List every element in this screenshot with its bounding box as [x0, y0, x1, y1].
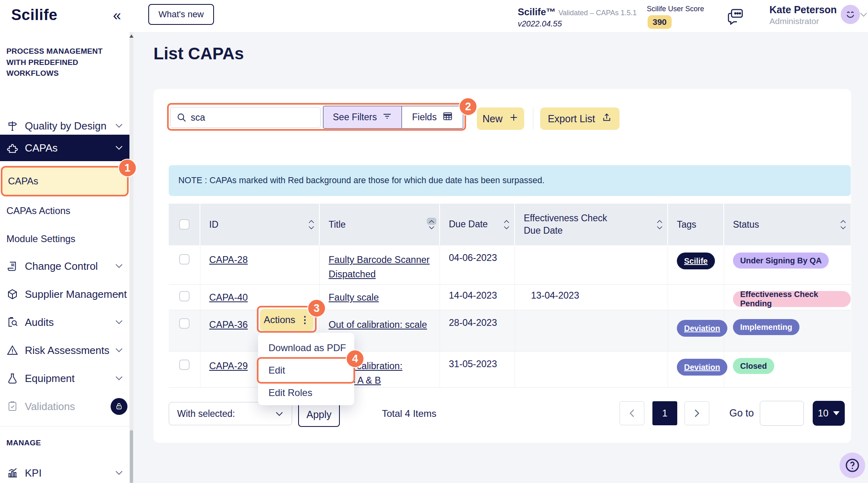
- apply-button[interactable]: Apply: [298, 402, 340, 427]
- avatar[interactable]: [841, 5, 860, 24]
- sidebar-item-label: Equipment: [25, 372, 75, 385]
- select-all-checkbox[interactable]: [179, 219, 190, 230]
- tag-pill[interactable]: Deviation: [677, 320, 727, 337]
- column-header-due-date[interactable]: Due Date: [440, 204, 515, 245]
- user-score-value: 390: [648, 15, 672, 29]
- capa-title-link[interactable]: Faulty scale: [329, 292, 379, 303]
- chevron-down-icon: [115, 347, 123, 354]
- column-header-id[interactable]: ID: [200, 204, 320, 245]
- sidebar-subitem-label: CAPAs: [8, 176, 38, 187]
- scroll-up-arrow-icon[interactable]: [129, 34, 133, 38]
- capa-id-link[interactable]: CAPA-36: [209, 319, 248, 330]
- new-label: New: [482, 113, 503, 125]
- new-capa-button[interactable]: New: [477, 107, 524, 130]
- due-date-cell: 14-04-2023: [440, 285, 515, 310]
- sidebar: PROCESS MANAGEMENT WITH PREDEFINED WORKF…: [0, 32, 133, 483]
- sidebar-item-risk-assessments[interactable]: Risk Assessments: [0, 339, 129, 362]
- sidebar-subitem-module-settings[interactable]: Module Settings: [6, 233, 75, 245]
- export-list-button[interactable]: Export List: [540, 107, 620, 130]
- column-label: ID: [209, 219, 218, 230]
- sort-asc-icon[interactable]: [504, 220, 509, 223]
- pagination-prev-button[interactable]: [620, 401, 644, 425]
- effectiveness-date-cell: [515, 352, 668, 388]
- capa-title-link[interactable]: Faulty Barcode Scanner Dispatched: [329, 255, 430, 279]
- sidebar-item-kpi[interactable]: KPI: [0, 462, 129, 483]
- row-actions-button[interactable]: Actions ⋮: [260, 309, 313, 331]
- feedback-chat-icon[interactable]: [726, 8, 745, 26]
- tag-pill[interactable]: Scilife: [677, 253, 715, 269]
- product-version-number: v2022.04.55: [518, 19, 637, 28]
- export-label: Export List: [548, 113, 595, 125]
- fields-button[interactable]: Fields: [402, 106, 463, 129]
- sidebar-subitem-capas-actions[interactable]: CAPAs Actions: [6, 205, 71, 216]
- chevron-down-icon: [115, 144, 123, 152]
- sidebar-item-change-control[interactable]: Change Control: [0, 255, 129, 277]
- column-label: Tags: [677, 219, 696, 230]
- sidebar-item-equipment[interactable]: Equipment: [0, 367, 129, 390]
- sort-asc-icon[interactable]: [657, 220, 662, 223]
- capa-id-link[interactable]: CAPA-40: [209, 292, 248, 303]
- sidebar-subitem-capas[interactable]: CAPAs: [1, 166, 129, 196]
- user-menu-chevron-icon[interactable]: [860, 11, 867, 18]
- sidebar-item-capas[interactable]: CAPAs: [0, 135, 129, 161]
- chevron-down-icon: [115, 122, 123, 129]
- sidebar-item-audits[interactable]: Audits: [0, 311, 129, 333]
- row-checkbox[interactable]: [179, 318, 190, 329]
- clipboard-search-icon: [6, 316, 18, 328]
- sort-asc-icon[interactable]: [309, 220, 314, 223]
- sort-desc-icon[interactable]: [840, 226, 846, 229]
- sidebar-item-label: Audits: [25, 316, 54, 329]
- search-input[interactable]: [191, 112, 311, 123]
- puzzle-icon: [6, 142, 18, 154]
- menu-item-download-pdf[interactable]: Download as PDF: [258, 337, 354, 359]
- sort-asc-active[interactable]: [427, 218, 436, 225]
- scroll-document-icon: [6, 260, 18, 272]
- sidebar-item-quality-by-design[interactable]: Quality by Design: [0, 115, 129, 137]
- annotation-step-2: 2: [459, 97, 477, 116]
- column-header-title[interactable]: Title: [320, 204, 440, 245]
- actions-dropdown-menu: Download as PDF Edit Edit Roles: [258, 333, 354, 405]
- column-header-effectiveness[interactable]: Effectiveness Check Due Date: [515, 204, 668, 245]
- row-checkbox[interactable]: [179, 254, 190, 265]
- sort-asc-icon[interactable]: [840, 220, 846, 223]
- sidebar-item-validations[interactable]: Validations: [0, 395, 129, 418]
- actions-label: Actions: [264, 314, 295, 325]
- sidebar-collapse-icon[interactable]: «: [113, 7, 121, 24]
- plus-icon: [509, 113, 519, 125]
- goto-page-input[interactable]: [760, 401, 804, 426]
- status-badge: Implementing: [733, 319, 799, 335]
- column-header-status[interactable]: Status: [724, 204, 851, 245]
- warning-triangle-icon: [6, 344, 18, 356]
- sort-desc-icon[interactable]: [504, 226, 509, 229]
- sort-controls: [840, 220, 846, 229]
- user-score-label: Scilife User Score: [647, 5, 704, 13]
- row-checkbox[interactable]: [179, 360, 190, 370]
- sort-desc-icon[interactable]: [309, 226, 314, 229]
- capa-id-link[interactable]: CAPA-29: [209, 361, 248, 371]
- sort-desc-icon[interactable]: [657, 226, 662, 229]
- see-filters-button[interactable]: See Filters: [323, 106, 402, 129]
- sidebar-item-supplier-management[interactable]: Supplier Management: [0, 283, 129, 305]
- scrollbar-thumb[interactable]: [130, 430, 133, 483]
- row-checkbox[interactable]: [179, 291, 190, 301]
- column-label: Due Date: [449, 218, 493, 230]
- sort-desc-icon[interactable]: [429, 226, 434, 229]
- help-button[interactable]: [840, 453, 865, 478]
- note-banner: NOTE : CAPAs marked with Red background …: [169, 165, 851, 196]
- capa-id-link[interactable]: CAPA-28: [209, 255, 248, 265]
- with-selected-dropdown[interactable]: With selected:: [169, 402, 292, 425]
- menu-item-edit[interactable]: Edit: [258, 359, 354, 382]
- box-icon: [6, 288, 18, 300]
- column-label: Effectiveness Check Due Date: [524, 212, 620, 237]
- sidebar-scrollbar[interactable]: [129, 32, 133, 483]
- page-size-select[interactable]: 10: [813, 401, 845, 426]
- menu-item-edit-roles[interactable]: Edit Roles: [258, 382, 354, 404]
- tag-pill[interactable]: Deviation: [677, 359, 727, 376]
- signpost-icon: [6, 120, 18, 132]
- whats-new-button[interactable]: What's new: [148, 4, 214, 25]
- pagination-next-button[interactable]: [684, 401, 709, 425]
- column-label: Status: [733, 219, 759, 230]
- chevron-down-icon: [115, 263, 123, 270]
- pagination-page-1[interactable]: 1: [652, 401, 677, 425]
- filter-lines-icon: [382, 112, 392, 123]
